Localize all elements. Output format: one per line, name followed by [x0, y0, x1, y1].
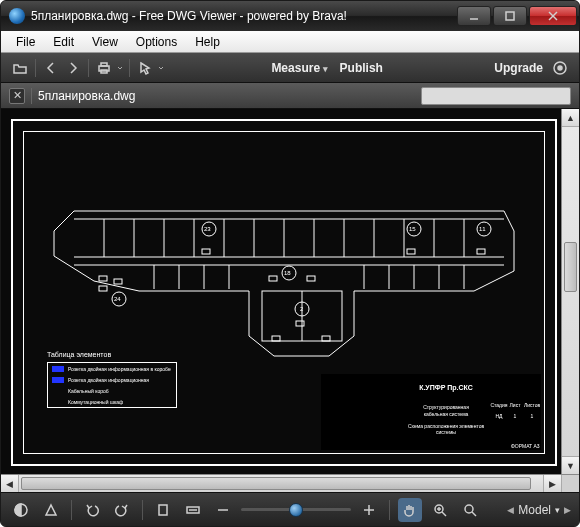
svg-rect-94: [159, 505, 167, 515]
menu-help[interactable]: Help: [186, 33, 229, 51]
app-icon: [9, 8, 25, 24]
scroll-right-button[interactable]: ▶: [543, 475, 561, 492]
zoom-slider[interactable]: [241, 500, 351, 520]
nav-forward-button[interactable]: [62, 57, 84, 79]
legend-table: Розетка двойная информационная в коробе …: [47, 362, 177, 408]
svg-rect-58: [296, 321, 304, 326]
svg-rect-56: [272, 336, 280, 341]
svg-rect-48: [202, 249, 210, 254]
menu-view[interactable]: View: [83, 33, 127, 51]
prev-layout-icon[interactable]: ◀: [507, 505, 514, 515]
scroll-left-button[interactable]: ◀: [1, 475, 19, 492]
svg-text:НД: НД: [496, 413, 504, 419]
title-bar: 5планировка.dwg - Free DWG Viewer - powe…: [1, 1, 579, 31]
svg-rect-5: [101, 63, 107, 66]
zoom-out-icon[interactable]: [211, 498, 235, 522]
document-tab-label[interactable]: 5планировка.dwg: [38, 89, 135, 103]
hscroll-track[interactable]: [19, 475, 543, 492]
hscroll-thumb[interactable]: [21, 477, 531, 490]
svg-rect-51: [269, 276, 277, 281]
svg-line-101: [442, 512, 446, 516]
svg-text:1: 1: [514, 413, 517, 419]
svg-text:24: 24: [114, 296, 121, 302]
vscroll-thumb[interactable]: [564, 242, 577, 292]
pan-tool-icon[interactable]: [398, 498, 422, 522]
document-tab-bar: ✕ 5планировка.dwg: [1, 83, 579, 109]
svg-point-104: [465, 505, 473, 513]
scroll-down-button[interactable]: ▼: [562, 456, 579, 474]
svg-rect-50: [477, 249, 485, 254]
svg-text:системы: системы: [436, 429, 456, 435]
fit-page-icon[interactable]: [151, 498, 175, 522]
svg-text:18: 18: [284, 270, 291, 276]
svg-text:1: 1: [531, 413, 534, 419]
svg-text:Стадия: Стадия: [490, 402, 507, 408]
next-layout-icon[interactable]: ▶: [564, 505, 571, 515]
drawing-canvas[interactable]: 23 15 11 18 24 2: [1, 109, 561, 474]
zoom-in-icon[interactable]: [357, 498, 381, 522]
background-toggle-icon[interactable]: [9, 498, 33, 522]
scroll-up-button[interactable]: ▲: [562, 109, 579, 127]
maximize-button[interactable]: [493, 6, 527, 26]
menu-bar: File Edit View Options Help: [1, 31, 579, 53]
zoom-window-icon[interactable]: [428, 498, 452, 522]
layout-selector[interactable]: ◀ Model ▾ ▶: [507, 503, 571, 517]
publish-button[interactable]: Publish: [334, 61, 389, 75]
svg-rect-52: [307, 276, 315, 281]
legend-title: Таблица элементов: [47, 351, 111, 358]
upgrade-button[interactable]: Upgrade: [488, 61, 549, 75]
layout-selector-label: Model: [518, 503, 551, 517]
cad-floorplan: 23 15 11 18 24 2: [33, 161, 535, 371]
svg-marker-93: [46, 505, 56, 515]
svg-text:15: 15: [409, 226, 416, 232]
svg-text:Лист: Лист: [510, 402, 522, 408]
svg-text:2: 2: [300, 306, 304, 312]
minimize-button[interactable]: [457, 6, 491, 26]
close-button[interactable]: [529, 6, 577, 26]
print-dropdown[interactable]: [115, 57, 125, 79]
bottom-toolbar: ◀ Model ▾ ▶: [1, 492, 579, 526]
svg-text:Листов: Листов: [524, 402, 541, 408]
window-title: 5планировка.dwg - Free DWG Viewer - powe…: [31, 9, 455, 23]
menu-options[interactable]: Options: [127, 33, 186, 51]
svg-line-105: [472, 512, 476, 516]
print-button[interactable]: [93, 57, 115, 79]
svg-rect-1: [506, 12, 514, 20]
svg-text:11: 11: [479, 226, 486, 232]
svg-point-8: [558, 66, 562, 70]
vertical-scrollbar[interactable]: ▲ ▼: [561, 109, 579, 474]
rotate-right-icon[interactable]: [110, 498, 134, 522]
svg-text:кабельная система: кабельная система: [424, 411, 469, 417]
main-toolbar: Measure Publish Upgrade: [1, 53, 579, 83]
svg-rect-57: [322, 336, 330, 341]
scroll-corner: [561, 475, 579, 492]
zoom-slider-knob[interactable]: [289, 503, 303, 517]
layout-dropdown-icon[interactable]: ▾: [555, 505, 560, 515]
select-tool-dropdown[interactable]: [156, 57, 166, 79]
close-tab-button[interactable]: ✕: [9, 88, 25, 104]
nav-back-button[interactable]: [40, 57, 62, 79]
menu-file[interactable]: File: [7, 33, 44, 51]
search-input[interactable]: [421, 87, 571, 105]
svg-rect-54: [99, 286, 107, 291]
open-button[interactable]: [9, 57, 31, 79]
svg-rect-49: [407, 249, 415, 254]
measure-menu[interactable]: Measure: [265, 61, 333, 75]
svg-rect-55: [114, 279, 122, 284]
svg-text:К.УПФР Пр.СКС: К.УПФР Пр.СКС: [419, 384, 473, 392]
title-block: К.УПФР Пр.СКС Структурированная кабельна…: [321, 374, 541, 450]
svg-text:23: 23: [204, 226, 211, 232]
fit-width-icon[interactable]: [181, 498, 205, 522]
svg-text:Структурированная: Структурированная: [423, 404, 469, 410]
vscroll-track[interactable]: [562, 127, 579, 456]
svg-rect-53: [99, 276, 107, 281]
magnifier-icon[interactable]: [458, 498, 482, 522]
horizontal-scrollbar[interactable]: ◀ ▶: [1, 474, 579, 492]
rotate-left-icon[interactable]: [80, 498, 104, 522]
select-tool[interactable]: [134, 57, 156, 79]
monochrome-toggle-icon[interactable]: [39, 498, 63, 522]
brava-logo-icon[interactable]: [549, 57, 571, 79]
svg-text:ФОРМАТ   А3: ФОРМАТ А3: [511, 443, 540, 449]
menu-edit[interactable]: Edit: [44, 33, 83, 51]
